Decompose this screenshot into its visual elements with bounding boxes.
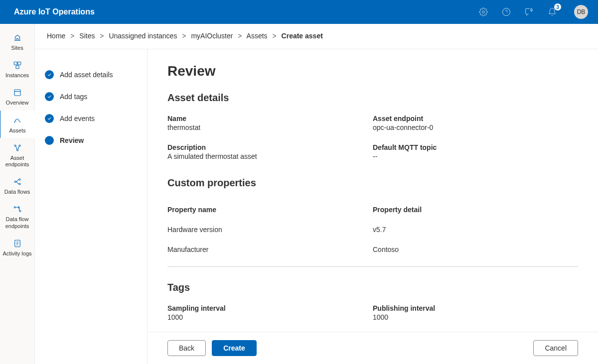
review-content[interactable]: Review Asset details Name thermostat Ass…	[148, 49, 598, 332]
current-step-icon	[45, 136, 54, 145]
field-value: A simulated thermostat asset	[167, 152, 373, 160]
svg-point-10	[16, 149, 18, 151]
section-heading-custom-properties: Custom properties	[167, 177, 578, 189]
field-value: opc-ua-connector-0	[373, 123, 578, 131]
asset-details-grid: Name thermostat Asset endpoint opc-ua-co…	[167, 115, 578, 160]
nav-instances[interactable]: Instances	[0, 55, 34, 83]
column-header-name: Property name	[167, 206, 373, 214]
field-label: Default MQTT topic	[373, 143, 578, 151]
back-button[interactable]: Back	[167, 340, 206, 356]
data-flow-endpoints-icon	[12, 204, 22, 214]
checkmark-icon	[45, 70, 54, 79]
field-asset-endpoint: Asset endpoint opc-ua-connector-0	[373, 115, 578, 131]
tags-grid: Sampling interval 1000 Publishing interv…	[167, 304, 578, 321]
property-row: Hardware version v5.7	[167, 220, 578, 240]
breadcrumb-separator: >	[100, 32, 104, 40]
svg-point-14	[14, 207, 15, 208]
step-label: Add asset details	[60, 71, 113, 79]
nav-data-flow-endpoints[interactable]: Data flow endpoints	[0, 199, 34, 233]
notification-badge: 3	[554, 3, 561, 10]
svg-rect-4	[17, 62, 20, 65]
column-header-detail: Property detail	[373, 206, 578, 214]
breadcrumb-item[interactable]: Assets	[247, 32, 268, 40]
step-review[interactable]: Review	[45, 130, 137, 152]
property-detail: Contoso	[373, 245, 578, 253]
nav-activity-logs[interactable]: Activity logs	[0, 234, 34, 261]
nav-label: Data flow endpoints	[1, 216, 33, 229]
nav-sites[interactable]: Sites	[0, 28, 34, 55]
breadcrumb: Home > Sites > Unassigned instances > my…	[35, 24, 598, 49]
svg-point-11	[14, 181, 16, 183]
nav-asset-endpoints[interactable]: Asset endpoints	[0, 138, 34, 172]
field-value: 1000	[167, 313, 373, 321]
field-label: Asset endpoint	[373, 115, 578, 122]
section-heading-tags: Tags	[167, 282, 578, 293]
nav-label: Assets	[9, 127, 25, 134]
field-description: Description A simulated thermostat asset	[167, 143, 373, 160]
wizard-footer: Back Create Cancel	[148, 332, 598, 364]
field-label: Sampling interval	[167, 304, 373, 312]
help-icon[interactable]	[501, 7, 511, 17]
asset-endpoints-icon	[12, 143, 22, 153]
svg-point-0	[482, 11, 485, 13]
section-heading-asset-details: Asset details	[167, 92, 578, 104]
step-asset-details[interactable]: Add asset details	[45, 64, 137, 86]
property-name: Manufacturer	[167, 245, 373, 253]
breadcrumb-separator: >	[182, 32, 186, 40]
field-name: Name thermostat	[167, 115, 373, 131]
svg-rect-5	[16, 66, 19, 69]
step-label: Add events	[60, 115, 95, 122]
create-button[interactable]: Create	[212, 340, 257, 356]
instances-icon	[12, 60, 22, 70]
nav-label: Instances	[5, 72, 29, 79]
notifications-icon[interactable]: 3	[547, 7, 557, 17]
page-title: Review	[167, 63, 578, 79]
field-value: --	[373, 152, 578, 160]
wizard-steps: Add asset details Add tags Add events Re…	[35, 49, 147, 364]
field-label: Description	[167, 143, 373, 151]
feedback-icon[interactable]	[524, 7, 534, 17]
property-row: Manufacturer Contoso	[167, 240, 578, 259]
app-title: Azure IoT Operations	[14, 7, 95, 16]
nav-label: Data flows	[4, 189, 30, 195]
nav-overview[interactable]: Overview	[0, 83, 34, 110]
breadcrumb-item[interactable]: myAIOcluster	[191, 32, 233, 40]
nav-assets[interactable]: Assets	[0, 111, 35, 138]
step-add-events[interactable]: Add events	[45, 108, 137, 130]
svg-rect-3	[14, 62, 17, 65]
data-flows-icon	[12, 177, 22, 187]
cancel-button[interactable]: Cancel	[533, 340, 578, 356]
svg-point-1	[503, 8, 510, 16]
svg-point-12	[19, 179, 20, 180]
svg-point-8	[14, 145, 16, 146]
user-avatar[interactable]: DB	[574, 5, 588, 19]
breadcrumb-item[interactable]: Home	[47, 32, 65, 40]
svg-rect-6	[14, 90, 20, 96]
activity-logs-icon	[12, 239, 22, 248]
svg-point-7	[15, 121, 16, 121]
breadcrumb-separator: >	[238, 32, 242, 40]
field-value: 1000	[373, 313, 578, 321]
nav-label: Sites	[11, 45, 23, 51]
field-label: Name	[167, 115, 373, 122]
topbar-actions: 3 DB	[478, 5, 588, 19]
field-mqtt-topic: Default MQTT topic --	[373, 143, 578, 160]
step-add-tags[interactable]: Add tags	[45, 86, 137, 108]
breadcrumb-separator: >	[70, 32, 74, 40]
field-publishing-interval: Publishing interval 1000	[373, 304, 578, 321]
checkmark-icon	[45, 114, 54, 123]
nav-data-flows[interactable]: Data flows	[0, 172, 34, 199]
nav-label: Asset endpoints	[1, 155, 33, 168]
step-label: Review	[60, 136, 84, 144]
settings-icon[interactable]	[478, 7, 488, 17]
nav-label: Activity logs	[2, 250, 31, 257]
property-detail: v5.7	[373, 226, 578, 234]
divider	[167, 266, 578, 267]
field-label: Publishing interval	[373, 304, 578, 312]
breadcrumb-item[interactable]: Unassigned instances	[109, 32, 177, 40]
property-name: Hardware version	[167, 226, 373, 234]
step-label: Add tags	[60, 93, 87, 101]
assets-icon	[12, 116, 22, 125]
svg-point-9	[19, 145, 20, 146]
breadcrumb-item[interactable]: Sites	[79, 32, 95, 40]
